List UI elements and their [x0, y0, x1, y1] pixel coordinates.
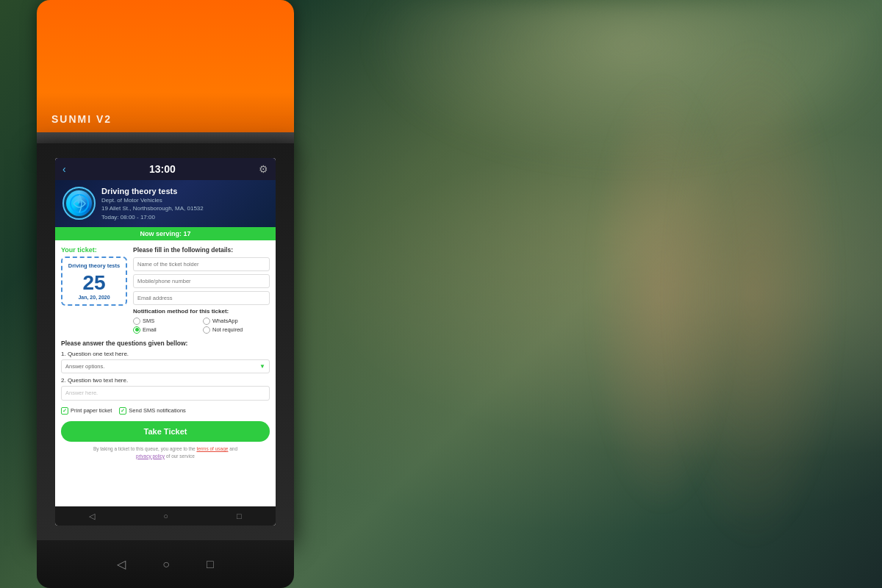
radio-dot-not-required	[203, 326, 210, 334]
form-section: Please fill in the following details: No…	[133, 246, 270, 334]
device-nav-recents[interactable]: □	[207, 558, 214, 571]
notification-label: Notification method for this ticket:	[133, 308, 270, 315]
your-ticket-label: Your ticket:	[61, 246, 127, 254]
device-wrapper: SUNMI V2 ‹ 13:00 ⚙	[22, 0, 309, 588]
radio-whatsapp[interactable]: WhatsApp	[203, 318, 270, 325]
checkbox-print-label: Print paper ticket	[71, 407, 112, 414]
header-dept: Dept. of Motor Vehicles	[101, 196, 268, 204]
questions-title: Please answer the questions given bellow…	[61, 340, 270, 347]
ticket-date: Jan, 20, 2020	[67, 295, 121, 300]
checkbox-sms-icon	[119, 407, 126, 415]
screen-inner: ‹ 13:00 ⚙	[55, 158, 276, 526]
terms-text-2: and	[228, 446, 237, 451]
device-body: SUNMI V2 ‹ 13:00 ⚙	[37, 0, 294, 588]
nav-back-icon[interactable]: ◁	[89, 512, 95, 521]
bg-person-2	[662, 37, 845, 551]
nav-square-icon[interactable]: □	[237, 512, 242, 520]
radio-email[interactable]: Email	[133, 326, 200, 334]
radio-not-required[interactable]: Not required	[203, 326, 270, 334]
device-screen: ‹ 13:00 ⚙	[55, 158, 276, 526]
question-2-input[interactable]: Answer here.	[61, 386, 270, 401]
name-input[interactable]	[133, 257, 270, 271]
back-button[interactable]: ‹	[62, 163, 66, 175]
screen-header: Driving theory tests Dept. of Motor Vehi…	[55, 180, 276, 227]
header-info: Driving theory tests Dept. of Motor Vehi…	[101, 186, 268, 221]
questions-section: Please answer the questions given bellow…	[61, 340, 270, 401]
time-display: 13:00	[149, 163, 176, 175]
ticket-row: Your ticket: Driving theory tests 25 Jan…	[61, 246, 270, 334]
screen-body: Your ticket: Driving theory tests 25 Jan…	[55, 240, 276, 505]
nav-home-icon[interactable]: ○	[163, 512, 168, 520]
terms-text-1: By taking a ticket to this queue, you ag…	[93, 446, 197, 451]
ticket-card: Driving theory tests 25 Jan, 20, 2020	[61, 257, 127, 306]
radio-label-sms: SMS	[143, 318, 154, 324]
radio-label-email: Email	[143, 326, 157, 333]
device-top: SUNMI V2	[37, 0, 294, 154]
text-input-placeholder: Answer here.	[65, 390, 98, 396]
question-2-label: 2. Question two text here.	[61, 377, 270, 384]
ticket-service-name: Driving theory tests	[67, 262, 121, 270]
ticket-number: 25	[67, 273, 121, 293]
terms-link[interactable]: terms of usage	[196, 446, 228, 451]
checkbox-sms-notif[interactable]: Send SMS notifications	[119, 407, 186, 415]
radio-dot-sms	[133, 318, 140, 325]
logo-inner	[66, 190, 92, 216]
email-input[interactable]	[133, 291, 270, 305]
radio-sms[interactable]: SMS	[133, 318, 200, 325]
header-hours: Today: 08:00 - 17:00	[101, 213, 268, 221]
radio-label-whatsapp: WhatsApp	[212, 318, 238, 324]
checkbox-print-ticket[interactable]: Print paper ticket	[61, 407, 112, 415]
settings-icon[interactable]: ⚙	[259, 163, 268, 175]
checkbox-sms-label: Send SMS notifications	[129, 407, 186, 414]
device-bottom-nav: ◁ ○ □	[37, 540, 294, 588]
radio-dot-whatsapp	[203, 318, 210, 325]
serving-banner: Now serving: 17	[55, 227, 276, 240]
terms-text-3: of our service	[165, 453, 195, 459]
radio-dot-email	[133, 326, 140, 334]
header-title: Driving theory tests	[101, 186, 268, 196]
question-1-dropdown[interactable]: Answer options. ▼	[61, 359, 270, 373]
dropdown-arrow-icon: ▼	[259, 363, 265, 370]
notification-options: SMS WhatsApp Email	[133, 318, 270, 334]
device-brand-label: SUNMI V2	[51, 113, 112, 125]
take-ticket-button[interactable]: Take Ticket	[61, 421, 270, 442]
screen-nav: ◁ ○ □	[55, 506, 276, 526]
checkboxes-row: Print paper ticket Send SMS notification…	[61, 404, 270, 417]
checkbox-print-icon	[61, 407, 68, 415]
radio-label-not-required: Not required	[212, 326, 243, 333]
device-nav-back[interactable]: ◁	[117, 557, 126, 571]
screen-topbar: ‹ 13:00 ⚙	[55, 158, 276, 180]
phone-input[interactable]	[133, 274, 270, 288]
privacy-link[interactable]: privacy policy	[136, 453, 165, 459]
terms-text: By taking a ticket to this queue, you ag…	[61, 445, 270, 460]
device-nav-home[interactable]: ○	[162, 558, 170, 571]
question-1-label: 1. Question one text here.	[61, 351, 270, 357]
service-logo	[62, 187, 96, 220]
dropdown-placeholder: Answer options.	[65, 363, 104, 370]
header-address: 19 Allet St., Northsborough, MA, 01532	[101, 204, 268, 212]
ticket-box: Your ticket: Driving theory tests 25 Jan…	[61, 246, 127, 334]
form-title: Please fill in the following details:	[133, 246, 270, 254]
